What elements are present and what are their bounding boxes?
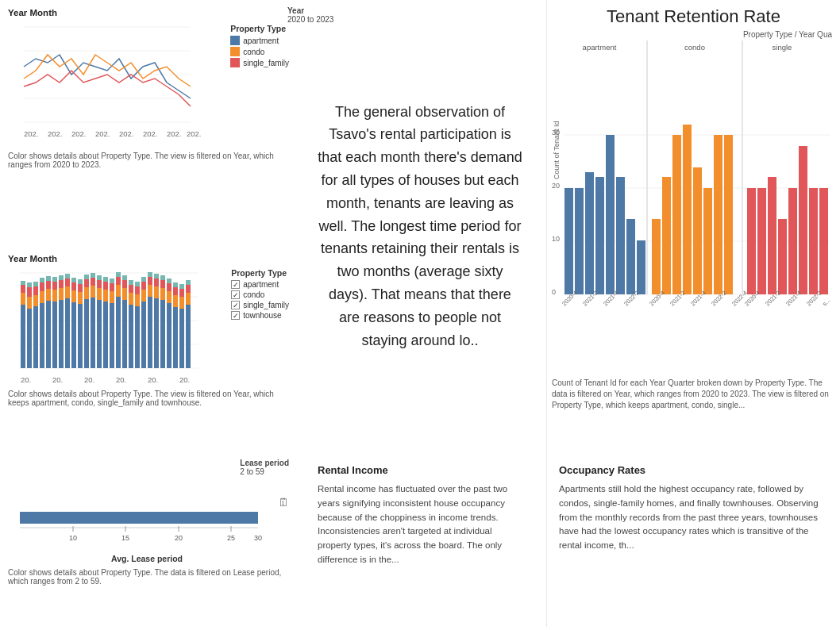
stacked-legend-title: Property Type	[231, 268, 289, 278]
svg-rect-96	[59, 280, 64, 288]
legend-apartment-label: apartment	[243, 36, 279, 45]
svg-text:20.: 20.	[179, 375, 190, 384]
year-filter-label: Year	[287, 6, 333, 15]
svg-text:202.: 202.	[24, 129, 39, 138]
stacked-bar-panel: Year Month	[0, 246, 294, 452]
svg-rect-84	[40, 282, 44, 291]
svg-rect-170	[179, 309, 184, 368]
svg-rect-99	[65, 286, 70, 298]
svg-text:apartment: apartment	[583, 43, 617, 52]
legend-condo: condo	[230, 47, 289, 56]
svg-rect-40	[703, 188, 712, 294]
svg-rect-95	[59, 288, 64, 300]
svg-rect-125	[103, 277, 108, 282]
svg-rect-135	[122, 288, 127, 300]
lease-period-panel: Lease period 2 to 59 🗓 10 15 20 25 30 Av…	[0, 452, 294, 627]
svg-rect-172	[179, 289, 184, 297]
svg-rect-144	[135, 286, 140, 294]
condo-color	[230, 47, 240, 56]
svg-rect-139	[129, 293, 133, 305]
svg-rect-81	[33, 282, 38, 286]
svg-rect-45	[768, 177, 776, 294]
legend-title: Property Type	[230, 24, 289, 33]
svg-text:20.: 20.	[84, 375, 94, 384]
legend-condo2-label: condo	[243, 290, 264, 299]
svg-rect-126	[110, 303, 114, 368]
svg-text:20.: 20.	[52, 375, 63, 384]
svg-rect-85	[40, 278, 44, 282]
svg-rect-150	[148, 297, 152, 368]
svg-rect-86	[46, 301, 51, 368]
svg-rect-79	[33, 295, 38, 306]
svg-rect-164	[167, 283, 171, 291]
svg-rect-93	[52, 277, 57, 282]
svg-rect-91	[52, 290, 57, 302]
svg-rect-128	[110, 283, 114, 291]
year-filter-value: 2020 to 2023	[287, 15, 333, 24]
svg-rect-39	[693, 167, 702, 294]
condo-checkbox: ✓	[231, 290, 240, 299]
legend-sf-label: single_family	[243, 301, 289, 309]
stacked-bar-legend: Property Type ✓ apartment ✓ condo ✓ sing…	[231, 268, 289, 321]
svg-rect-47	[788, 188, 797, 294]
lease-period-value: 2 to 59	[240, 467, 289, 476]
legend-sf-check: ✓ single_family	[231, 301, 289, 309]
svg-rect-132	[116, 277, 121, 285]
svg-rect-122	[103, 302, 108, 368]
svg-rect-41	[714, 135, 722, 294]
apartment-color	[230, 36, 240, 45]
svg-rect-177	[186, 280, 191, 285]
line-chart-legend: Property Type apartment condo single_fam…	[230, 24, 289, 69]
svg-rect-35	[652, 219, 661, 294]
svg-rect-118	[97, 300, 102, 368]
occupancy-panel: Occupancy Rates Apartments still hold th…	[546, 452, 840, 627]
svg-rect-37	[672, 135, 681, 294]
svg-text:Count of Tenant Id: Count of Tenant Id	[553, 121, 561, 179]
svg-rect-137	[122, 275, 127, 280]
occupancy-content: Apartments still hold the highest occupa…	[559, 482, 828, 553]
svg-text:20: 20	[175, 534, 183, 542]
calendar-icon: 🗓	[278, 496, 289, 509]
svg-rect-77	[27, 282, 32, 287]
svg-rect-73	[21, 281, 25, 285]
svg-rect-27	[564, 188, 573, 294]
svg-text:202.: 202.	[119, 129, 134, 138]
svg-rect-71	[21, 293, 25, 305]
apt-checkbox: ✓	[231, 280, 240, 289]
svg-rect-44	[757, 188, 766, 294]
svg-rect-107	[78, 292, 83, 304]
stacked-bar-svg: 20. 20. 20. 20. 20. 20.	[8, 265, 206, 384]
svg-rect-143	[135, 294, 140, 306]
svg-rect-38	[683, 125, 692, 294]
svg-rect-88	[46, 281, 51, 289]
svg-rect-121	[97, 275, 102, 280]
svg-rect-134	[122, 300, 127, 368]
svg-rect-50	[819, 188, 828, 294]
svg-rect-87	[46, 289, 51, 301]
legend-condo-check: ✓ condo	[231, 290, 289, 299]
svg-rect-97	[59, 275, 64, 280]
line-chart-svg: 202. 202. 202. 202. 202. 202. 202. 202.	[8, 19, 206, 146]
svg-text:20.: 20.	[21, 375, 31, 384]
svg-rect-89	[46, 276, 51, 281]
svg-rect-110	[84, 299, 89, 368]
rental-income-content: Rental income has fluctuated over the pa…	[318, 482, 522, 567]
legend-condo-label: condo	[243, 48, 264, 56]
svg-rect-43	[747, 188, 756, 294]
legend-single-family: single_family	[230, 58, 289, 67]
svg-text:202.: 202.	[143, 129, 158, 138]
svg-rect-176	[186, 285, 191, 293]
svg-rect-74	[27, 309, 32, 368]
svg-rect-171	[179, 297, 184, 309]
legend-apt-check: ✓ apartment	[231, 280, 289, 289]
svg-rect-119	[97, 288, 102, 300]
svg-rect-165	[167, 279, 171, 283]
main-description: The general observation of Tsavo's renta…	[318, 101, 522, 352]
svg-text:202.: 202.	[48, 129, 63, 138]
svg-rect-100	[65, 279, 70, 286]
svg-rect-156	[154, 279, 159, 286]
property-type-year-label: Property Type / Year Qua	[552, 30, 835, 39]
svg-rect-153	[148, 272, 152, 277]
sf-checkbox: ✓	[231, 301, 240, 309]
svg-rect-136	[122, 280, 127, 288]
